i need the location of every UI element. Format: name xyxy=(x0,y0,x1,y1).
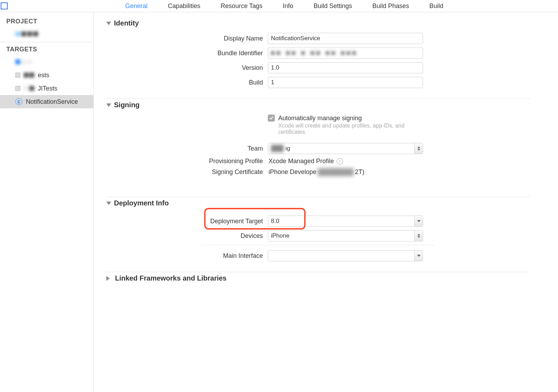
section-title: Identity xyxy=(114,19,139,27)
disclosure-icon[interactable] xyxy=(106,22,111,25)
label-main-interface: Main Interface xyxy=(106,252,268,260)
sidebar-project-item[interactable] xyxy=(0,27,93,41)
label-devices: Devices xyxy=(106,232,268,240)
disclosure-icon[interactable] xyxy=(106,103,111,107)
section-linked-frameworks: Linked Frameworks and Libraries xyxy=(94,272,530,289)
sidebar-target-uitests[interactable]: JITests xyxy=(0,82,93,95)
select-team[interactable]: ███ ıg xyxy=(268,143,423,154)
stepper-icon xyxy=(414,231,423,241)
sidebar-heading-targets: TARGETS xyxy=(0,44,93,55)
sidebar-target-tests[interactable]: ests xyxy=(0,68,93,82)
disclosure-icon[interactable] xyxy=(106,276,112,281)
checkbox-auto-signing[interactable] xyxy=(268,115,275,122)
value-provisioning-profile: Xcode Managed Profile xyxy=(268,158,334,165)
section-title: Deployment Info xyxy=(114,199,169,207)
sidebar-heading-project: PROJECT xyxy=(0,16,93,27)
tab-build-rules[interactable]: Build xyxy=(429,2,443,10)
chevron-down-icon xyxy=(414,251,423,261)
input-version[interactable] xyxy=(268,62,423,73)
label-display-name: Display Name xyxy=(106,35,268,42)
label-auto-signing-sub: Xcode will create and update profiles, a… xyxy=(278,123,423,135)
input-display-name[interactable] xyxy=(268,33,423,44)
label-auto-signing: Automatically manage signing xyxy=(278,115,423,122)
label-build: Build xyxy=(106,79,268,86)
chevron-down-icon xyxy=(414,216,423,226)
editor-tabs: General Capabilities Resource Tags Info … xyxy=(0,0,558,12)
section-deployment-info: Deployment Info Deployment Target 8.0 De… xyxy=(94,197,530,272)
tab-capabilities[interactable]: Capabilities xyxy=(168,2,200,10)
extension-icon: E xyxy=(15,98,22,105)
project-sidebar: PROJECT TARGETS ests JITests E Notificat… xyxy=(0,12,94,392)
tab-build-phases[interactable]: Build Phases xyxy=(372,2,409,10)
label-team: Team xyxy=(106,145,268,152)
sidebar-item-label: ests xyxy=(38,72,49,79)
select-main-interface[interactable] xyxy=(268,250,423,261)
label-provisioning-profile: Provisioning Profile xyxy=(106,158,268,165)
label-deployment-target: Deployment Target xyxy=(106,218,268,225)
select-deployment-target[interactable]: 8.0 xyxy=(268,216,423,227)
sidebar-item-label: JITests xyxy=(38,85,57,92)
info-icon[interactable]: i xyxy=(337,158,343,165)
section-identity: Identity Display Name Bundle Identifier … xyxy=(94,17,530,99)
select-devices[interactable]: iPhone xyxy=(268,230,423,241)
input-bundle-id[interactable]: ■■ ■■ ■ ■■ ■■ ■■■ xyxy=(268,50,423,57)
disclosure-icon[interactable] xyxy=(106,202,111,205)
section-signing: Signing Automatically manage signing Xco… xyxy=(94,99,530,186)
tab-resource-tags[interactable]: Resource Tags xyxy=(221,2,263,10)
target-icon xyxy=(15,73,20,78)
section-title: Linked Frameworks and Libraries xyxy=(115,274,227,282)
label-bundle-id: Bundle Identifier xyxy=(106,50,268,57)
label-signing-certificate: Signing Certificate xyxy=(106,168,268,176)
editor-content: Identity Display Name Bundle Identifier … xyxy=(94,12,558,392)
tab-build-settings[interactable]: Build Settings xyxy=(314,2,352,10)
sidebar-item-label: NotificationService xyxy=(26,98,78,106)
tab-info[interactable]: Info xyxy=(283,2,293,10)
sidebar-target-app[interactable] xyxy=(0,55,93,68)
sidebar-target-notification-service[interactable]: E NotificationService xyxy=(0,95,93,108)
label-version: Version xyxy=(106,64,268,72)
project-square-icon[interactable] xyxy=(1,2,8,9)
section-title: Signing xyxy=(114,101,140,109)
target-icon xyxy=(15,86,20,91)
value-signing-certificate: iPhone Develope████████2T) xyxy=(268,168,364,176)
tab-general[interactable]: General xyxy=(125,2,148,10)
stepper-icon xyxy=(414,143,423,154)
input-build[interactable] xyxy=(268,77,423,88)
